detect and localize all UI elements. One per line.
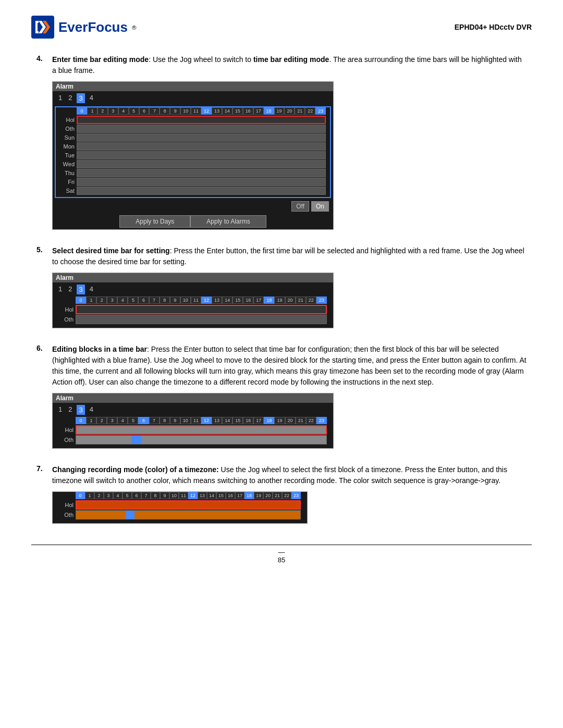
page-header: EverFocus® EPHD04+ HDcctv DVR: [31, 16, 532, 39]
step-5: 5. Select desired time bar for setting: …: [36, 245, 527, 334]
dvr-tabs-2: 1 2 3 4: [53, 282, 333, 297]
tab3-1[interactable]: 1: [57, 405, 64, 415]
tab-1[interactable]: 1: [57, 93, 64, 103]
logo: EverFocus®: [31, 16, 137, 39]
logo-trademark: ®: [132, 24, 137, 31]
tab3-2[interactable]: 2: [67, 405, 74, 415]
step-6-text: Editing blocks in a time bar: Press the …: [52, 344, 527, 388]
step-5-title: Select desired time bar for setting: [52, 246, 170, 255]
footer-line: —: [31, 548, 532, 556]
apply-to-days-button[interactable]: Apply to Days: [119, 215, 190, 228]
dvr-action-buttons: Apply to Days Apply to Alarms: [53, 214, 333, 229]
tab3-4[interactable]: 4: [88, 405, 95, 415]
dvr-screen-2: Alarm 1 2 3 4 0 1 2 3 4: [52, 273, 334, 328]
step-5-content: Select desired time bar for setting: Pre…: [52, 245, 527, 334]
document-title: EPHD04+ HDcctv DVR: [455, 23, 532, 31]
step-7-number: 7.: [36, 464, 47, 524]
dvr-title-1: Alarm: [53, 82, 333, 91]
apply-to-alarms-button[interactable]: Apply to Alarms: [190, 215, 266, 228]
step-4-number: 4.: [36, 54, 47, 235]
tab2-4[interactable]: 4: [88, 285, 95, 294]
dvr-title-2: Alarm: [53, 273, 333, 282]
step-6-title: Editing blocks in a time bar: [52, 345, 147, 353]
dvr-screen-4: 0 1 2 3 4 5 6 7 8 9 10 11 12: [52, 491, 308, 524]
step-6: 6. Editing blocks in a time bar: Press t…: [36, 344, 527, 454]
tab2-1[interactable]: 1: [57, 285, 64, 294]
step-4-text: Enter time bar editing mode: Use the Jog…: [52, 54, 527, 76]
tab2-2[interactable]: 2: [67, 285, 74, 294]
logo-brand-name: EverFocus: [58, 19, 128, 35]
step-7-content: Changing recording mode (color) of a tim…: [52, 464, 527, 524]
step-6-number: 6.: [36, 344, 47, 454]
step-4-title: Enter time bar editing mode: [52, 55, 149, 64]
step-4-content: Enter time bar editing mode: Use the Jog…: [52, 54, 527, 235]
step-7-text: Changing recording mode (color) of a tim…: [52, 464, 527, 486]
tab-4[interactable]: 4: [88, 93, 95, 103]
step-5-number: 5.: [36, 245, 47, 334]
dvr-tabs-1: 1 2 3 4: [53, 91, 333, 105]
logo-icon: [31, 16, 54, 39]
step-7: 7. Changing recording mode (color) of a …: [36, 464, 527, 524]
tab-3-active[interactable]: 3: [77, 93, 84, 103]
tab3-3-active[interactable]: 3: [77, 405, 84, 415]
page-number: 85: [31, 556, 532, 564]
page-footer: — 85: [31, 545, 532, 564]
step-4-bold-mid: time bar editing mode: [253, 55, 329, 64]
dvr-tabs-3: 1 2 3 4: [53, 403, 333, 417]
dvr-off-on-buttons: Off On: [53, 199, 333, 214]
tab2-3-active[interactable]: 3: [77, 285, 84, 294]
on-button[interactable]: On: [311, 201, 329, 212]
step-7-title: Changing recording mode (color) of a tim…: [52, 465, 219, 474]
step-4: 4. Enter time bar editing mode: Use the …: [36, 54, 527, 235]
dvr-title-3: Alarm: [53, 393, 333, 403]
dvr-screen-3: Alarm 1 2 3 4 0 1 2 3 4: [52, 393, 334, 449]
off-button[interactable]: Off: [291, 201, 309, 212]
step-6-content: Editing blocks in a time bar: Press the …: [52, 344, 527, 454]
main-content: 4. Enter time bar editing mode: Use the …: [31, 54, 532, 524]
step-5-text: Select desired time bar for setting: Pre…: [52, 245, 527, 267]
dvr-screen-1: Alarm 1 2 3 4 0 1 2 3: [52, 81, 334, 230]
tab-2[interactable]: 2: [67, 93, 74, 103]
